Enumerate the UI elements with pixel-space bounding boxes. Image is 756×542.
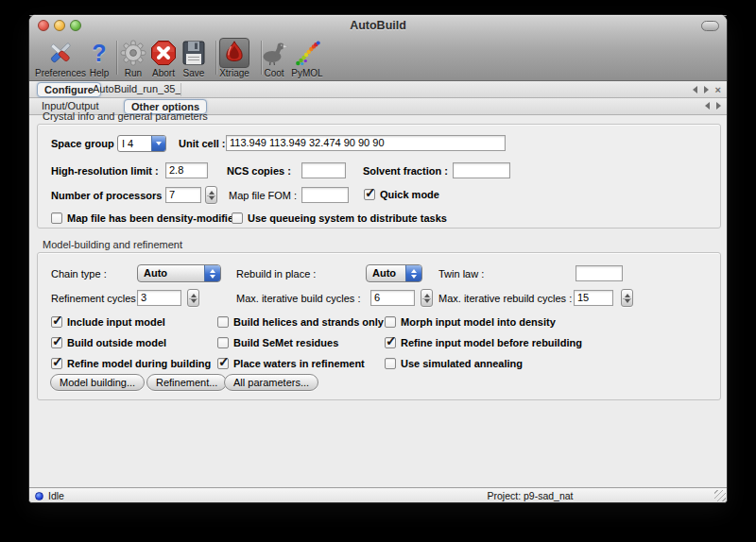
high-res-label: High-resolution limit : <box>51 162 159 179</box>
checkbox-box[interactable] <box>232 212 243 224</box>
preferences-icon <box>45 38 76 68</box>
toolbar-separator <box>116 41 117 75</box>
toolbar-item-help[interactable]: Help <box>84 38 114 78</box>
build-outside-model-checkbox[interactable]: Build outside model <box>51 336 166 349</box>
max-build-cycles-label: Max. iterative build cycles : <box>236 290 360 307</box>
rebuild-in-place-popup[interactable]: Auto <box>366 264 422 282</box>
close-tab-icon[interactable] <box>715 85 721 94</box>
num-processors-label: Number of processors : <box>51 187 168 204</box>
coot-bird-icon <box>259 38 289 68</box>
subtab-scroll-left-icon[interactable] <box>705 102 710 110</box>
morph-input-model-checkbox[interactable]: Morph input model into density <box>385 315 556 329</box>
max-rebuild-cycles-stepper[interactable] <box>621 289 633 307</box>
checkbox-box[interactable] <box>385 358 396 369</box>
solvent-fraction-field[interactable] <box>453 162 510 178</box>
toolbar-label: Abort <box>152 68 175 78</box>
stepper-down-icon[interactable] <box>191 299 197 303</box>
toolbar-item-xtriage[interactable]: Xtriage <box>219 38 249 78</box>
toolbar-item-save[interactable]: Save <box>179 38 209 78</box>
toolbar: Preferences Help <box>29 36 727 81</box>
refinement-button[interactable]: Refinement... <box>146 374 227 391</box>
tab-scroll-left-icon[interactable] <box>693 86 697 93</box>
build-semet-checkbox[interactable]: Build SeMet residues <box>217 336 338 349</box>
toolbar-item-coot[interactable]: Coot <box>259 38 289 78</box>
max-build-cycles-stepper[interactable] <box>421 289 433 307</box>
popup-arrows-icon[interactable] <box>405 265 421 281</box>
model-building-button[interactable]: Model building... <box>50 374 145 391</box>
solvent-fraction-label: Solvent fraction : <box>363 162 448 179</box>
popup-arrows-icon[interactable] <box>204 265 220 281</box>
chevron-down-icon[interactable] <box>151 136 165 151</box>
toolbar-label: Run <box>125 68 142 78</box>
model-group-box: Chain type : Auto Rebuild in place : Aut… <box>37 252 721 400</box>
stepper-up-icon[interactable] <box>209 191 215 195</box>
main-tab-bar: Configure AutoBuild_run_35_ <box>29 81 727 98</box>
checkbox-box[interactable] <box>385 316 396 328</box>
toolbar-toggle-button[interactable] <box>701 21 719 31</box>
window-title: AutoBuild <box>29 15 727 36</box>
refine-input-model-checkbox[interactable]: Refine input model before rebuilding <box>385 336 582 349</box>
chain-type-popup[interactable]: Auto <box>137 264 221 282</box>
refinement-cycles-stepper[interactable] <box>187 289 199 307</box>
checkbox-label: Quick mode <box>380 189 439 200</box>
space-group-combo[interactable]: I 4 <box>117 135 166 152</box>
stepper-down-icon[interactable] <box>209 196 215 200</box>
tab-scroll-right-icon[interactable] <box>704 86 709 93</box>
checkbox-box[interactable] <box>217 358 229 369</box>
num-processors-stepper[interactable] <box>205 186 217 204</box>
max-rebuild-cycles-field[interactable]: 15 <box>574 290 613 306</box>
quick-mode-checkbox[interactable]: Quick mode <box>364 188 439 201</box>
place-waters-checkbox[interactable]: Place waters in refinement <box>217 357 365 370</box>
map-fom-field[interactable] <box>301 187 349 203</box>
tab-autobuild-run[interactable]: AutoBuild_run_35_ <box>86 82 188 95</box>
screenshot-stage: AutoBuild <box>0 0 756 542</box>
stepper-up-icon[interactable] <box>424 294 430 297</box>
checkbox-box[interactable] <box>51 358 62 369</box>
max-build-cycles-field[interactable]: 6 <box>370 290 415 306</box>
toolbar-item-pymol[interactable]: PyMOL <box>291 38 322 78</box>
ncs-copies-field[interactable] <box>301 162 346 178</box>
stepper-up-icon[interactable] <box>191 294 197 297</box>
all-parameters-button[interactable]: All parameters... <box>224 374 318 391</box>
subtab-scroll-right-icon[interactable] <box>716 102 721 110</box>
high-res-field[interactable]: 2.8 <box>165 162 208 178</box>
twin-law-field[interactable] <box>576 265 623 281</box>
unit-cell-field[interactable]: 113.949 113.949 32.474 90 90 90 <box>226 135 506 151</box>
refinement-cycles-field[interactable]: 3 <box>137 290 181 306</box>
toolbar-item-abort[interactable]: Abort <box>148 38 179 78</box>
build-helices-checkbox[interactable]: Build helices and strands only <box>217 315 384 329</box>
refine-during-building-checkbox[interactable]: Refine model during building <box>51 357 211 370</box>
checkbox-box[interactable] <box>51 316 62 328</box>
checkbox-box[interactable] <box>217 316 229 328</box>
stepper-up-icon[interactable] <box>625 294 630 297</box>
checkbox-box[interactable] <box>51 212 62 224</box>
stepper-down-icon[interactable] <box>625 299 630 303</box>
checkbox-label: Build outside model <box>67 337 166 348</box>
stepper-down-icon[interactable] <box>424 299 430 303</box>
checkbox-box[interactable] <box>385 337 396 348</box>
include-input-model-checkbox[interactable]: Include input model <box>51 315 165 329</box>
checkbox-label: Use simulated annealing <box>401 358 523 369</box>
density-modified-checkbox[interactable]: Map file has been density-modified <box>51 212 240 225</box>
status-idle-icon <box>35 492 43 500</box>
toolbar-item-preferences[interactable]: Preferences <box>35 38 86 78</box>
toolbar-item-run[interactable]: Run <box>118 38 148 78</box>
space-group-value: I 4 <box>118 136 151 151</box>
toolbar-label: Coot <box>264 68 284 78</box>
toolbar-label: Xtriage <box>219 68 249 78</box>
tab-divider <box>180 83 181 96</box>
title-bar[interactable]: AutoBuild <box>29 15 727 36</box>
resize-grip[interactable] <box>714 490 726 501</box>
unit-cell-label: Unit cell : <box>179 135 226 152</box>
checkbox-box[interactable] <box>217 337 229 348</box>
checkbox-label: Refine input model before rebuilding <box>401 337 582 348</box>
simulated-annealing-checkbox[interactable]: Use simulated annealing <box>385 357 523 370</box>
queueing-checkbox[interactable]: Use queueing system to distribute tasks <box>232 212 447 225</box>
toolbar-label: Help <box>90 68 110 78</box>
rebuild-in-place-value: Auto <box>367 265 405 281</box>
max-rebuild-cycles-label: Max. iterative rebuild cycles : <box>438 290 572 307</box>
num-processors-field[interactable]: 7 <box>165 187 201 203</box>
project-label: Project: p9-sad_nat <box>487 489 573 502</box>
checkbox-box[interactable] <box>364 189 375 200</box>
checkbox-box[interactable] <box>51 337 62 348</box>
